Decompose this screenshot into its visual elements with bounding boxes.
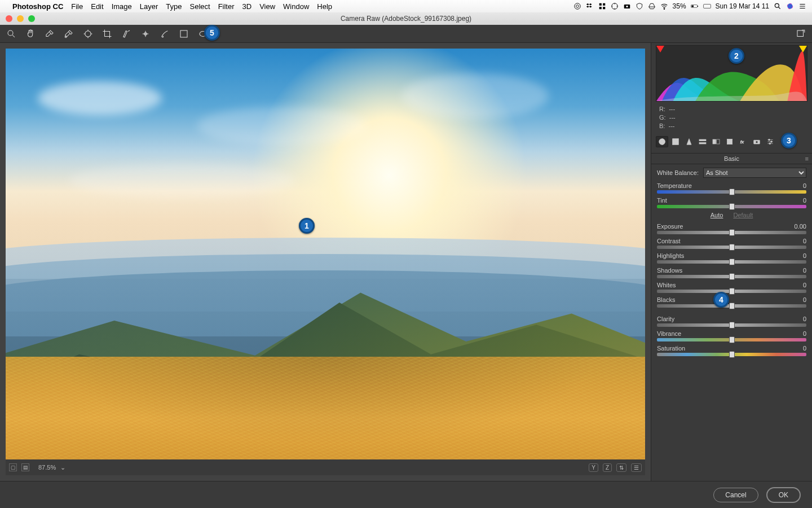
slider-value[interactable]: 0 bbox=[803, 330, 806, 337]
adjustment-brush-tool-icon[interactable] bbox=[159, 28, 170, 40]
tab-lens[interactable] bbox=[723, 136, 736, 147]
slider-value[interactable]: 0 bbox=[803, 282, 806, 288]
slider-thumb[interactable] bbox=[729, 229, 735, 236]
menu-view[interactable]: View bbox=[259, 2, 275, 11]
tab-detail[interactable] bbox=[683, 136, 695, 147]
close-window-icon[interactable] bbox=[6, 15, 12, 22]
slider-value[interactable]: 0 bbox=[803, 182, 806, 189]
slider-value[interactable]: 0.00 bbox=[795, 223, 806, 230]
histogram[interactable]: 2 bbox=[656, 45, 807, 102]
before-after-swap-button[interactable]: ⇅ bbox=[616, 463, 626, 472]
keyboard-icon[interactable] bbox=[703, 2, 711, 10]
camera-icon[interactable] bbox=[623, 2, 631, 10]
slider-track[interactable] bbox=[657, 304, 806, 308]
toggle-fullscreen-icon[interactable] bbox=[795, 28, 806, 40]
dropbox-icon[interactable] bbox=[586, 2, 594, 10]
slider-track[interactable] bbox=[657, 205, 806, 208]
hand-tool-icon[interactable] bbox=[25, 28, 36, 40]
tab-split-toning[interactable] bbox=[710, 136, 722, 147]
targeted-adjust-tool-icon[interactable] bbox=[82, 28, 94, 40]
slider-thumb[interactable] bbox=[729, 322, 735, 329]
menu-image[interactable]: Image bbox=[112, 2, 132, 11]
color-sampler-tool-icon[interactable] bbox=[63, 28, 74, 40]
battery-icon[interactable] bbox=[691, 2, 699, 10]
slider-thumb[interactable] bbox=[729, 351, 735, 358]
tab-basic[interactable] bbox=[656, 136, 668, 147]
cc-icon[interactable] bbox=[573, 2, 581, 10]
shield-icon[interactable] bbox=[636, 2, 643, 10]
compass-icon[interactable] bbox=[611, 2, 619, 10]
tab-fx[interactable]: fx bbox=[737, 136, 749, 147]
before-after-menu-icon[interactable]: ☰ bbox=[631, 463, 642, 472]
auto-link[interactable]: Auto bbox=[710, 212, 723, 218]
slider-value[interactable]: 0 bbox=[803, 316, 806, 322]
single-view-icon[interactable]: ▢ bbox=[9, 463, 17, 471]
slider-value[interactable]: 0 bbox=[803, 252, 806, 259]
highlight-clip-warning-icon[interactable] bbox=[799, 46, 807, 52]
zoom-tool-icon[interactable] bbox=[6, 28, 17, 40]
slider-value[interactable]: 0 bbox=[803, 345, 806, 352]
image-preview[interactable]: 1 bbox=[6, 49, 645, 459]
slider-value[interactable]: 0 bbox=[803, 296, 806, 303]
eyedropper-tool-icon[interactable] bbox=[44, 28, 55, 40]
default-link[interactable]: Default bbox=[733, 212, 753, 218]
slider-value[interactable]: 0 bbox=[803, 197, 806, 204]
tab-presets[interactable] bbox=[764, 136, 776, 147]
traffic-lights[interactable] bbox=[0, 15, 35, 22]
graduated-filter-tool-icon[interactable] bbox=[178, 28, 189, 40]
slider-track[interactable] bbox=[657, 275, 806, 278]
zoom-chevron-icon[interactable]: ⌄ bbox=[60, 464, 65, 471]
slider-thumb[interactable] bbox=[729, 288, 735, 295]
minimize-window-icon[interactable] bbox=[17, 15, 24, 22]
wifi-icon[interactable] bbox=[660, 2, 668, 10]
slider-thumb[interactable] bbox=[729, 259, 735, 265]
menu-list-icon[interactable] bbox=[798, 2, 806, 10]
slider-track[interactable] bbox=[657, 260, 806, 264]
slider-thumb[interactable] bbox=[729, 303, 735, 309]
tab-camera[interactable] bbox=[751, 136, 763, 147]
menu-help[interactable]: Help bbox=[317, 2, 332, 11]
menu-filter[interactable]: Filter bbox=[218, 2, 235, 11]
grid-icon[interactable] bbox=[598, 2, 606, 10]
tab-hsl[interactable] bbox=[696, 136, 709, 147]
slider-thumb[interactable] bbox=[729, 336, 735, 343]
before-after-y-button[interactable]: Y bbox=[589, 463, 598, 472]
slider-value[interactable]: 0 bbox=[803, 238, 806, 244]
zoom-level[interactable]: 87.5% bbox=[38, 464, 56, 471]
slider-track[interactable] bbox=[657, 338, 806, 341]
menu-file[interactable]: File bbox=[71, 2, 83, 11]
zoom-window-icon[interactable] bbox=[28, 15, 35, 22]
slider-thumb[interactable] bbox=[729, 203, 735, 210]
slider-thumb[interactable] bbox=[729, 273, 735, 280]
menu-window[interactable]: Window bbox=[283, 2, 309, 11]
slider-thumb[interactable] bbox=[729, 189, 735, 195]
slider-track[interactable] bbox=[657, 246, 806, 249]
slider-track[interactable] bbox=[657, 231, 806, 234]
shadow-clip-warning-icon[interactable] bbox=[656, 46, 664, 52]
filmstrip-view-icon[interactable]: ▤ bbox=[21, 463, 29, 471]
menu-type[interactable]: Type bbox=[166, 2, 182, 11]
slider-track[interactable] bbox=[657, 323, 806, 327]
cancel-button[interactable]: Cancel bbox=[713, 488, 758, 502]
spot-removal-tool-icon[interactable] bbox=[121, 28, 132, 40]
slider-value[interactable]: 0 bbox=[803, 267, 806, 274]
crop-tool-icon[interactable] bbox=[102, 28, 113, 40]
spotlight-icon[interactable] bbox=[774, 2, 782, 10]
slider-track[interactable] bbox=[657, 190, 806, 194]
drive-icon[interactable] bbox=[648, 2, 656, 10]
panel-menu-icon[interactable]: ≡ bbox=[805, 155, 809, 162]
menu-select[interactable]: Select bbox=[189, 2, 210, 11]
redeye-tool-icon[interactable] bbox=[140, 28, 151, 40]
slider-track[interactable] bbox=[657, 290, 806, 293]
tab-curve[interactable] bbox=[669, 136, 682, 147]
before-after-z-button[interactable]: Z bbox=[603, 463, 612, 472]
menu-layer[interactable]: Layer bbox=[140, 2, 158, 11]
slider-track[interactable] bbox=[657, 353, 806, 356]
slider-thumb[interactable] bbox=[729, 244, 735, 251]
app-name[interactable]: Photoshop CC bbox=[12, 2, 63, 11]
white-balance-select[interactable]: As Shot bbox=[703, 168, 806, 178]
siri-icon[interactable] bbox=[786, 2, 794, 10]
menu-edit[interactable]: Edit bbox=[91, 2, 103, 11]
ok-button[interactable]: OK bbox=[766, 487, 801, 503]
menu-3d[interactable]: 3D bbox=[242, 2, 252, 11]
